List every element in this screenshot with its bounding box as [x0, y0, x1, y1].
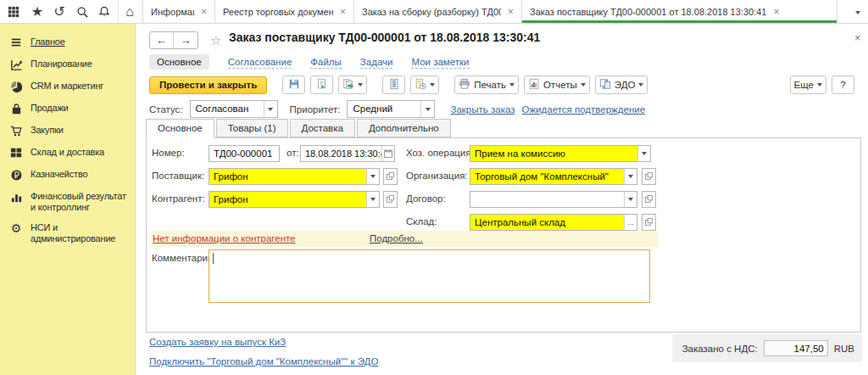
create-kiz-request-link[interactable]: Создать заявку на выпуск КиЗ [149, 337, 286, 347]
doc-tab-dopolnitelno[interactable]: Дополнительно [357, 119, 451, 137]
tab-zakaz-sborku[interactable]: Заказ на сборку (разборку) ТД00-000001 о… [354, 0, 522, 23]
sidebar-item-kaznacheystvo[interactable]: Казначейство [0, 164, 135, 186]
sidebar-item-sklad[interactable]: Склад и доставка [0, 142, 135, 164]
sidebar-item-zakupki[interactable]: Закупки [0, 120, 135, 142]
dropdown-button[interactable] [366, 192, 379, 207]
tab-zakaz-postavschiku[interactable]: Заказ поставщику ТД00-000001 от 18.08.20… [522, 0, 837, 23]
confirmation-status-link[interactable]: Ожидается подтверждение [521, 104, 645, 115]
grid-menu-icon [8, 6, 19, 18]
sidebar-item-crm[interactable]: CRM и маркетинг [0, 76, 135, 98]
supplier-open-button[interactable] [383, 168, 398, 185]
history-button[interactable]: ↺ [49, 3, 70, 21]
search-button[interactable] [72, 3, 92, 21]
save-button[interactable] [282, 76, 305, 94]
contract-select[interactable] [470, 191, 637, 208]
main-tab-panel: Номер: ТД00-000001 от: 18.08.2018 13:30:… [146, 137, 861, 333]
nav-link-soglasovanie[interactable]: Согласование [228, 56, 292, 69]
organization-open-button[interactable] [642, 168, 656, 185]
tab-reestr[interactable]: Реестр торговых документов × [215, 0, 354, 23]
contract-open-button[interactable] [642, 191, 656, 208]
number-input[interactable]: ТД00-000001 [209, 145, 280, 162]
edo-label: ЭДО [615, 80, 636, 90]
edo-button[interactable]: ЭДО [595, 76, 648, 94]
tab-close-icon[interactable]: × [773, 7, 779, 17]
document-clock-icon [415, 78, 426, 92]
sidebar-item-prodazhi[interactable]: Продажи [0, 98, 135, 120]
chevron-down-icon [370, 175, 376, 178]
post-and-close-button[interactable]: Провести и закрыть [149, 76, 267, 94]
total-amount-field[interactable]: 147,50 [764, 340, 828, 356]
supplier-label: Поставщик: [152, 171, 204, 181]
topbar: ★ ↺ ⌂ Информация × Реестр торговых докум… [0, 0, 868, 24]
nav-link-zametki[interactable]: Мои заметки [411, 56, 469, 69]
connect-edo-link[interactable]: Подключить "Торговый дом "Комплексный"" … [149, 356, 378, 367]
dropdown-button[interactable] [624, 169, 637, 184]
open-in-window-icon [386, 192, 395, 207]
print-button[interactable]: Печать [454, 76, 519, 94]
sidebar-item-finrezultat[interactable]: Финансовый результат и контроллинг [0, 186, 135, 217]
post-document-button[interactable] [310, 76, 333, 94]
operation-select[interactable]: Прием на комиссию [470, 145, 651, 162]
more-button[interactable]: Еще [790, 76, 826, 94]
doc-tab-osnovnoe[interactable]: Основное [146, 119, 214, 138]
print-label: Печать [474, 80, 506, 90]
forward-button[interactable]: → [174, 32, 198, 48]
cart-icon [9, 124, 23, 137]
document-form: ← → ☆ Заказ поставщику ТД00-000001 от 18… [136, 24, 868, 375]
sidebar-item-glavnoe[interactable]: Главное [0, 31, 135, 53]
organization-select[interactable]: Торговый дом "Комплексный" [470, 168, 637, 185]
ellipsis-button[interactable]: ... [624, 215, 637, 230]
counterparty-select[interactable]: Грифон [209, 191, 380, 208]
create-based-on-button[interactable] [338, 76, 367, 94]
comment-label: Комментарий: [152, 253, 216, 263]
dropdown-button[interactable] [264, 101, 277, 117]
sidebar-item-planirovanie[interactable]: Планирование [0, 53, 135, 76]
sidebar: Главное Планирование CRM и маркетинг Про… [0, 24, 136, 375]
details-link[interactable]: Подробно... [370, 233, 423, 243]
document-register-button[interactable] [382, 76, 405, 94]
priority-select[interactable]: Средний [347, 100, 435, 118]
counterparty-open-button[interactable] [383, 191, 398, 208]
chevron-down-icon [268, 108, 273, 111]
comment-input[interactable] [209, 249, 650, 303]
no-counterparty-info-link[interactable]: Нет информации о контрагенте [153, 233, 296, 243]
nav-link-faily[interactable]: Файлы [310, 56, 342, 69]
warehouse-select[interactable]: Центральный склад ... [470, 214, 637, 231]
tab-close-icon[interactable]: × [508, 7, 514, 17]
help-button[interactable]: ? [832, 76, 854, 94]
floppy-disk-icon [288, 78, 300, 92]
nav-link-zadachi[interactable]: Задачи [360, 56, 393, 69]
back-button[interactable]: ← [150, 32, 174, 48]
dropdown-button[interactable] [420, 101, 434, 117]
chevron-down-icon [358, 83, 363, 87]
tab-list-dropdown[interactable] [851, 7, 865, 19]
calendar-icon[interactable] [381, 146, 394, 161]
favorites-button[interactable]: ★ [27, 3, 47, 21]
home-button[interactable]: ⌂ [118, 0, 141, 23]
status-select[interactable]: Согласован [190, 100, 278, 118]
notifications-button[interactable] [94, 3, 114, 21]
tab-informacia[interactable]: Информация × [142, 0, 215, 23]
sidebar-item-nsi[interactable]: ⚙ НСИ и администрирование [0, 217, 135, 249]
favorite-star-icon[interactable]: ☆ [210, 33, 221, 48]
printer-icon [459, 78, 470, 92]
doc-tab-dostavka[interactable]: Доставка [290, 119, 355, 137]
document-log-button[interactable] [410, 76, 439, 94]
start-menu-button[interactable] [3, 3, 24, 21]
dropdown-button[interactable] [637, 146, 650, 161]
tab-close-icon[interactable]: × [340, 7, 346, 17]
warehouse-open-button[interactable] [642, 214, 656, 231]
reports-button[interactable]: Отчеты [524, 76, 590, 94]
tab-close-icon[interactable]: × [201, 7, 207, 17]
close-order-link[interactable]: Закрыть заказ [450, 104, 515, 115]
doc-tab-tovary[interactable]: Товары (1) [216, 119, 288, 137]
nav-link-osnovnoe[interactable]: Основное [149, 54, 209, 70]
supplier-select[interactable]: Грифон [209, 168, 380, 185]
dropdown-button[interactable] [624, 192, 637, 207]
date-input[interactable]: 18.08.2018 13:30:41 [300, 145, 395, 162]
form-close-icon[interactable]: × [854, 31, 861, 44]
chevron-down-icon [642, 152, 647, 155]
priority-label: Приоритет: [290, 104, 341, 115]
dropdown-button[interactable] [366, 169, 379, 184]
gear-icon: ⚙ [9, 221, 23, 235]
